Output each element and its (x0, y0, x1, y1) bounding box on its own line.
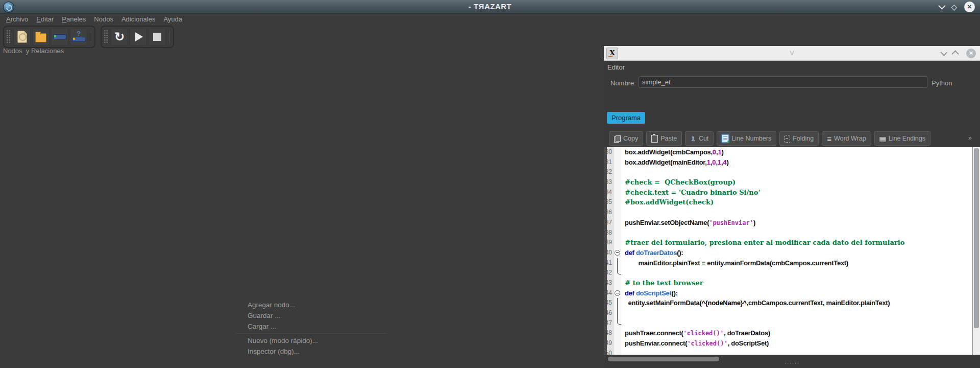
fold-margin (614, 238, 621, 248)
editor-button-copy[interactable]: Copy (609, 131, 643, 146)
vertical-scrollbar[interactable] (972, 147, 980, 355)
tab-programa[interactable]: Programa (607, 112, 645, 124)
code-text: #check.text = 'Cuadro binario Si/no' (621, 188, 760, 198)
line-number: 46 (607, 308, 614, 318)
line-number: 37 (607, 218, 614, 228)
editor-button-cut[interactable]: ✂Cut (685, 131, 714, 146)
menu-item-nuevo-modo-r-pido[interactable]: Nuevo (modo rápido)... (235, 335, 388, 346)
panel-expand-button[interactable] (953, 49, 959, 58)
editor-button-label: Paste (660, 135, 677, 142)
panel-collapse-button[interactable] (941, 49, 946, 58)
menu-item-inspector-dbg[interactable]: Inspector (dbg)... (235, 346, 388, 357)
code-line: 42 (607, 268, 972, 278)
menu-item-ayuda[interactable]: Ayuda (159, 15, 186, 23)
code-text: pushEnviar.setObjectName('pushEnviar') (621, 218, 755, 228)
menu-item-paneles[interactable]: Paneles (58, 15, 90, 23)
panel-title: V (604, 49, 980, 57)
line-endings-icon (879, 137, 886, 142)
folding-icon (785, 135, 790, 143)
editor-button-label: Cut (699, 135, 708, 142)
editor-button-line-numbers[interactable]: Line Numbers (717, 131, 776, 146)
fold-region-line (617, 258, 618, 268)
editor-button-label: Word Wrap (834, 135, 866, 142)
code-line: 48pushTraer.connect('clicked()', doTraer… (607, 328, 972, 338)
context-menu: Agregar nodo...Guardar ...Cargar ...Nuev… (235, 300, 388, 357)
widget-help-button[interactable]: ? (70, 28, 87, 45)
fold-margin (614, 147, 621, 157)
menu-item-archivo[interactable]: Archivo (2, 15, 32, 23)
panel-controls: × (941, 46, 976, 60)
panel-titlebar[interactable]: X V × (604, 46, 980, 61)
toolbar-drag-handle[interactable] (6, 30, 11, 44)
window-maximize-button[interactable]: ◇ (951, 3, 957, 11)
play-icon (135, 32, 143, 41)
menu-item-nodos[interactable]: Nodos (90, 15, 117, 23)
line-number: 31 (607, 157, 614, 168)
code-line: 41 mainEditor.plainText = entity.mainFor… (607, 258, 972, 268)
line-number: 38 (607, 228, 614, 238)
open-folder-button[interactable] (32, 28, 50, 45)
code-text (621, 318, 625, 329)
toolbar-separator (169, 31, 170, 43)
stop-button[interactable] (149, 28, 166, 45)
line-number: 41 (607, 258, 614, 268)
menu-item-guardar[interactable]: Guardar ... (235, 310, 388, 321)
run-button[interactable] (130, 28, 147, 45)
window-titlebar[interactable]: - TЯAZART ◇ × (0, 0, 980, 14)
code-text (621, 208, 625, 218)
line-number: 39 (607, 238, 614, 248)
code-text: pushEnviar.connect('clicked()', doScript… (621, 338, 769, 349)
menu-item-cargar[interactable]: Cargar ... (235, 321, 388, 332)
fold-region-line (617, 298, 618, 308)
fold-margin (614, 248, 621, 258)
code-line: 45 entity.setMainFormData(^{nodeName}^,c… (607, 298, 972, 308)
reload-button[interactable]: ↻ (111, 28, 128, 45)
editor-button-word-wrap[interactable]: ≡Word Wrap (822, 131, 871, 146)
name-input[interactable] (639, 76, 927, 88)
chevron-down-icon (940, 49, 947, 56)
line-numbers-icon (722, 134, 729, 143)
fold-region-line (617, 308, 618, 318)
window-shade-button[interactable] (939, 2, 944, 11)
copy-icon (614, 135, 621, 142)
code-line: 38 (607, 228, 972, 238)
new-document-button[interactable] (13, 28, 31, 45)
window-close-button[interactable]: × (964, 2, 975, 12)
fold-collapse-icon[interactable] (615, 250, 620, 256)
line-number: 40 (607, 248, 614, 258)
fold-margin (614, 167, 621, 177)
widget-bar-help-icon (72, 37, 85, 42)
window-title: - TЯAZART (0, 2, 980, 11)
menu-item-editar[interactable]: Editar (32, 15, 58, 23)
line-number: 34 (607, 188, 614, 198)
fold-margin (614, 338, 621, 349)
toolbar-overflow-indicator[interactable]: » (968, 134, 972, 142)
fold-margin (614, 349, 621, 355)
fold-margin (614, 308, 621, 318)
code-text: pushTraer.connect('clicked()', doTraerDa… (621, 328, 770, 338)
panel-close-button[interactable]: × (966, 49, 976, 58)
code-text: #check = QCheckBox(group) (621, 177, 736, 188)
splitter-handle[interactable]: ······ (604, 360, 980, 365)
main-toolbar: ? ↻ (3, 26, 174, 48)
editor-button-line-endings[interactable]: Line Endings (874, 131, 930, 146)
editor-button-label: Folding (793, 135, 814, 142)
editor-button-paste[interactable]: Paste (646, 131, 682, 146)
fold-margin (614, 328, 621, 338)
chevron-down-icon (939, 3, 946, 10)
menu-item-adicionales[interactable]: Adicionales (117, 15, 160, 23)
section-title: Editor (607, 63, 625, 71)
reload-icon: ↻ (114, 31, 125, 43)
vertical-scrollbar-thumb[interactable] (974, 148, 979, 328)
code-text (621, 268, 625, 278)
fold-margin (614, 208, 621, 218)
editor-button-folding[interactable]: Folding (779, 131, 819, 146)
question-mark-icon: ? (77, 30, 81, 37)
code-editor[interactable]: 30box.addWidget(cmbCampos,0,1)31box.addW… (604, 147, 972, 355)
menu-item-agregar-nodo[interactable]: Agregar nodo... (235, 300, 388, 310)
widget-bar-button[interactable] (51, 28, 68, 45)
toolbar-drag-handle[interactable] (104, 30, 108, 44)
line-number: 43 (607, 278, 614, 288)
fold-collapse-icon[interactable] (615, 290, 620, 296)
fold-margin (614, 298, 621, 308)
